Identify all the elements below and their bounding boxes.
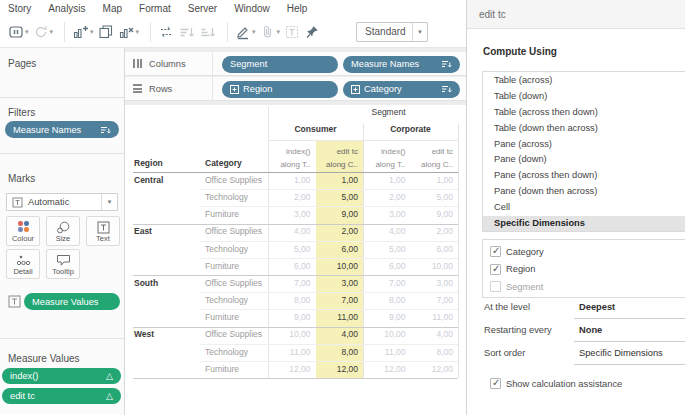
- compute-option[interactable]: Pane (across then down): [483, 168, 685, 184]
- value-cell[interactable]: 6,00: [363, 258, 411, 275]
- value-cell[interactable]: 12,00: [316, 361, 364, 378]
- value-cell[interactable]: 10,00: [268, 326, 316, 343]
- columns-pill-measure-names[interactable]: Measure Names: [343, 56, 460, 73]
- region-cell[interactable]: South: [133, 275, 200, 292]
- compute-option[interactable]: Table (across): [483, 73, 685, 89]
- region-cell[interactable]: Central: [133, 172, 200, 189]
- restarting-every-dropdown[interactable]: None: [579, 325, 602, 335]
- value-cell[interactable]: 5,00: [411, 189, 459, 206]
- category-cell[interactable]: Technology: [200, 292, 268, 309]
- checkbox-category[interactable]: [490, 246, 501, 257]
- category-cell[interactable]: Furniture: [200, 309, 268, 326]
- expand-plus-icon[interactable]: [351, 85, 360, 94]
- value-cell[interactable]: 8,00: [363, 292, 411, 309]
- compute-option[interactable]: Table (down then across): [483, 121, 685, 137]
- value-cell[interactable]: 12,00: [363, 361, 411, 378]
- column-field-label-segment[interactable]: Segment: [341, 107, 436, 117]
- value-cell[interactable]: 3,00: [363, 206, 411, 223]
- value-cell[interactable]: 8,00: [411, 344, 459, 361]
- compute-option[interactable]: Cell: [483, 200, 685, 216]
- value-cell[interactable]: 3,00: [268, 206, 316, 223]
- measure-header-edit-tc[interactable]: edit tc along C..: [316, 141, 364, 171]
- value-cell[interactable]: 9,00: [363, 309, 411, 326]
- encoding-pill-measure-values[interactable]: Measure Values: [24, 293, 120, 310]
- menu-story[interactable]: Story: [8, 3, 31, 14]
- value-cell[interactable]: 2,00: [316, 223, 364, 240]
- size-button[interactable]: Size: [46, 216, 80, 246]
- row-field-label-region[interactable]: Region: [134, 158, 163, 168]
- checkbox-show-calculation-assistance[interactable]: [490, 378, 501, 389]
- value-cell[interactable]: 8,00: [316, 344, 364, 361]
- mark-type-dropdown[interactable]: Automatic ▾: [6, 193, 118, 211]
- compute-option[interactable]: Table (down): [483, 89, 685, 105]
- value-cell[interactable]: 9,00: [411, 206, 459, 223]
- value-cell[interactable]: 11,00: [316, 309, 364, 326]
- value-cell[interactable]: 4,00: [316, 326, 364, 343]
- compute-option[interactable]: Pane (down then across): [483, 184, 685, 200]
- checkbox-region[interactable]: [490, 264, 501, 275]
- value-cell[interactable]: 1,00: [316, 172, 364, 189]
- value-cell[interactable]: 1,00: [268, 172, 316, 189]
- swap-rows-columns-icon[interactable]: [158, 20, 174, 44]
- value-cell[interactable]: 6,00: [268, 258, 316, 275]
- compute-option[interactable]: Pane (across): [483, 137, 685, 153]
- rows-pill-region[interactable]: Region: [222, 81, 338, 98]
- value-cell[interactable]: 4,00: [268, 223, 316, 240]
- chevron-down-icon[interactable]: ▾: [101, 194, 117, 210]
- value-cell[interactable]: 9,00: [268, 309, 316, 326]
- show-calculation-assistance-row[interactable]: Show calculation assistance: [490, 378, 622, 389]
- value-cell[interactable]: 4,00: [411, 326, 459, 343]
- value-cell[interactable]: 2,00: [268, 189, 316, 206]
- measure-header-index[interactable]: index() along T..: [268, 141, 316, 171]
- value-cell[interactable]: 12,00: [411, 361, 459, 378]
- segment-header-consumer[interactable]: Consumer: [268, 124, 363, 134]
- compute-option[interactable]: Pane (down): [483, 152, 685, 168]
- value-cell[interactable]: 10,00: [363, 326, 411, 343]
- filter-pill-measure-names[interactable]: Measure Names: [5, 121, 119, 138]
- menu-server[interactable]: Server: [188, 3, 217, 14]
- dimension-row-region[interactable]: Region: [490, 261, 685, 279]
- expand-plus-icon[interactable]: [230, 85, 239, 94]
- detail-button[interactable]: Detail: [6, 249, 40, 279]
- value-cell[interactable]: 9,00: [316, 206, 364, 223]
- value-cell[interactable]: 10,00: [316, 258, 364, 275]
- colour-button[interactable]: Colour: [6, 216, 40, 246]
- rows-pill-category[interactable]: Category: [343, 81, 460, 98]
- category-cell[interactable]: Office Supplies: [200, 223, 268, 240]
- region-cell[interactable]: East: [133, 223, 200, 240]
- new-worksheet-icon[interactable]: ▾: [72, 20, 94, 44]
- value-cell[interactable]: 7,00: [363, 275, 411, 292]
- category-cell[interactable]: Office Supplies: [200, 326, 268, 343]
- value-cell[interactable]: 7,00: [268, 275, 316, 292]
- value-cell[interactable]: 11,00: [411, 309, 459, 326]
- run-auto-updates-icon[interactable]: ▾: [33, 20, 54, 44]
- highlight-icon[interactable]: ▾: [235, 20, 256, 44]
- category-cell[interactable]: Technology: [200, 189, 268, 206]
- checkbox-segment[interactable]: [490, 281, 501, 292]
- menu-window[interactable]: Window: [234, 3, 270, 14]
- category-cell[interactable]: Furniture: [200, 206, 268, 223]
- duplicate-sheet-icon[interactable]: [98, 20, 114, 44]
- category-cell[interactable]: Office Supplies: [200, 275, 268, 292]
- value-cell[interactable]: 11,00: [363, 344, 411, 361]
- at-the-level-dropdown[interactable]: Deepest: [579, 302, 615, 312]
- sort-ascending-icon[interactable]: [178, 20, 195, 44]
- pause-auto-updates-icon[interactable]: ▾: [8, 20, 29, 44]
- value-cell[interactable]: 3,00: [316, 275, 364, 292]
- value-cell[interactable]: 5,00: [363, 241, 411, 258]
- columns-pill-segment[interactable]: Segment: [222, 56, 338, 73]
- category-cell[interactable]: Furniture: [200, 258, 268, 275]
- sort-order-dropdown[interactable]: Specific Dimensions: [579, 348, 663, 358]
- measure-header-edit-tc[interactable]: edit tc along C..: [411, 141, 459, 171]
- value-cell[interactable]: 3,00: [411, 275, 459, 292]
- tooltip-button[interactable]: Tooltip: [46, 249, 80, 279]
- group-members-icon[interactable]: ▾: [260, 20, 281, 44]
- measure-pill-edit-tc[interactable]: edit tc △: [2, 388, 121, 404]
- menu-analysis[interactable]: Analysis: [48, 3, 85, 14]
- category-cell[interactable]: Furniture: [200, 361, 268, 378]
- value-cell[interactable]: 1,00: [411, 172, 459, 189]
- show-mark-labels-icon[interactable]: [284, 20, 300, 44]
- value-cell[interactable]: 10,00: [411, 258, 459, 275]
- category-cell[interactable]: Technology: [200, 344, 268, 361]
- dimension-row-category[interactable]: Category: [490, 243, 685, 261]
